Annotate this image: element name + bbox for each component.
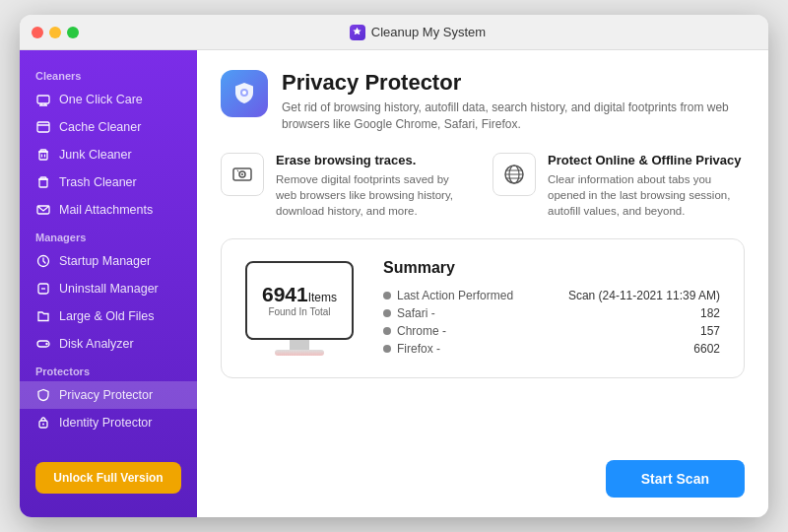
sidebar-item-disk-analyzer[interactable]: Disk Analyzer bbox=[20, 330, 197, 358]
feature-2-desc: Clear information about tabs you opened … bbox=[548, 171, 745, 219]
titlebar-title: Cleanup My System bbox=[79, 25, 756, 40]
unlock-full-version-button[interactable]: Unlock Full Version bbox=[35, 462, 181, 494]
large-old-files-icon bbox=[35, 308, 51, 324]
svg-rect-9 bbox=[39, 179, 47, 187]
svg-point-19 bbox=[242, 91, 246, 95]
sidebar-label-large-old-files: Large & Old Files bbox=[59, 309, 155, 323]
cache-cleaner-icon bbox=[35, 119, 51, 135]
sidebar-item-junk-cleaner[interactable]: Junk Cleaner bbox=[20, 141, 197, 168]
dot-chrome bbox=[383, 327, 391, 335]
summary-row-firefox: Firefox - 6602 bbox=[383, 340, 720, 358]
sidebar-item-identity-protector[interactable]: Identity Protector bbox=[20, 409, 197, 436]
sidebar: Cleaners One Click Care bbox=[20, 50, 197, 517]
junk-cleaner-icon bbox=[35, 147, 51, 163]
protectors-section-label: Protectors bbox=[20, 358, 197, 381]
monitor-screen: 6941Items Found In Total bbox=[245, 261, 354, 340]
panel-footer: Start Scan bbox=[221, 448, 745, 498]
monitor-base bbox=[275, 350, 324, 356]
erase-traces-icon bbox=[221, 153, 264, 196]
panel-header-text: Privacy Protector Get rid of browsing hi… bbox=[282, 70, 745, 133]
features-row: Erase browsing traces. Remove digital fo… bbox=[221, 153, 745, 219]
sidebar-label-uninstall-manager: Uninstall Manager bbox=[59, 282, 159, 296]
panel-title: Privacy Protector bbox=[282, 70, 745, 96]
summary-key-chrome: Chrome - bbox=[383, 322, 532, 340]
trash-cleaner-icon bbox=[35, 174, 51, 190]
svg-rect-4 bbox=[37, 122, 49, 132]
summary-row-last-action: Last Action Performed Scan (24-11-2021 1… bbox=[383, 287, 720, 304]
main-panel: Privacy Protector Get rid of browsing hi… bbox=[197, 50, 768, 517]
mail-attachments-icon bbox=[35, 202, 51, 218]
summary-row-safari: Safari - 182 bbox=[383, 304, 720, 322]
traffic-lights bbox=[32, 27, 79, 38]
close-button[interactable] bbox=[32, 27, 43, 38]
feature-card-2: Protect Online & Offline Privacy Clear i… bbox=[492, 153, 745, 219]
startup-manager-icon bbox=[35, 253, 51, 269]
feature-1-text: Erase browsing traces. Remove digital fo… bbox=[276, 153, 473, 219]
panel-header: Privacy Protector Get rid of browsing hi… bbox=[221, 70, 745, 133]
dot-last-action bbox=[383, 292, 391, 299]
sidebar-label-cache-cleaner: Cache Cleaner bbox=[59, 120, 141, 134]
privacy-protector-icon bbox=[35, 387, 51, 403]
summary-val-safari: 182 bbox=[532, 304, 720, 322]
start-scan-button[interactable]: Start Scan bbox=[606, 460, 745, 498]
app-window: Cleanup My System Cleaners One Click Car… bbox=[20, 15, 768, 517]
summary-row-chrome: Chrome - 157 bbox=[383, 322, 720, 340]
main-content: Cleaners One Click Care bbox=[20, 50, 768, 517]
dot-firefox bbox=[383, 345, 391, 353]
feature-card-1: Erase browsing traces. Remove digital fo… bbox=[221, 153, 473, 219]
uninstall-manager-icon bbox=[35, 281, 51, 297]
managers-section-label: Managers bbox=[20, 224, 197, 247]
monitor-count-unit: Items bbox=[308, 291, 337, 304]
monitor-count: 6941Items bbox=[262, 282, 337, 306]
svg-point-15 bbox=[45, 343, 47, 345]
summary-key-safari: Safari - bbox=[383, 304, 532, 322]
summary-val-last-action: Scan (24-11-2021 11:39 AM) bbox=[532, 287, 720, 304]
cleaners-section-label: Cleaners bbox=[20, 62, 197, 86]
monitor-neck bbox=[290, 340, 309, 350]
summary-val-chrome: 157 bbox=[532, 322, 720, 340]
sidebar-item-mail-attachments[interactable]: Mail Attachments bbox=[20, 196, 197, 224]
panel-description: Get rid of browsing history, autofill da… bbox=[282, 100, 745, 133]
sidebar-item-one-click-care[interactable]: One Click Care bbox=[20, 86, 197, 113]
feature-2-text: Protect Online & Offline Privacy Clear i… bbox=[548, 153, 745, 219]
monitor-found-label: Found In Total bbox=[262, 306, 337, 318]
app-icon bbox=[350, 25, 365, 40]
sidebar-label-privacy-protector: Privacy Protector bbox=[59, 388, 153, 402]
summary-card: 6941Items Found In Total Summary Last Ac… bbox=[221, 238, 745, 378]
dot-safari bbox=[383, 309, 391, 317]
titlebar: Cleanup My System bbox=[20, 15, 768, 50]
protect-privacy-icon bbox=[492, 153, 536, 196]
summary-val-firefox: 6602 bbox=[532, 340, 720, 358]
summary-key-last-action: Last Action Performed bbox=[383, 287, 532, 304]
summary-info: Summary Last Action Performed Scan (24-1… bbox=[383, 259, 720, 358]
maximize-button[interactable] bbox=[67, 27, 79, 38]
svg-point-17 bbox=[42, 424, 44, 426]
summary-table: Last Action Performed Scan (24-11-2021 1… bbox=[383, 287, 720, 358]
summary-title: Summary bbox=[383, 259, 720, 277]
sidebar-label-disk-analyzer: Disk Analyzer bbox=[59, 337, 134, 351]
sidebar-item-privacy-protector[interactable]: Privacy Protector bbox=[20, 381, 197, 409]
feature-1-title: Erase browsing traces. bbox=[276, 153, 473, 167]
sidebar-label-mail-attachments: Mail Attachments bbox=[59, 203, 153, 217]
sidebar-item-startup-manager[interactable]: Startup Manager bbox=[20, 247, 197, 275]
feature-1-desc: Remove digital footprints saved by web b… bbox=[276, 171, 473, 219]
app-title: Cleanup My System bbox=[371, 25, 486, 39]
sidebar-label-startup-manager: Startup Manager bbox=[59, 254, 151, 268]
sidebar-label-identity-protector: Identity Protector bbox=[59, 416, 153, 430]
svg-rect-6 bbox=[39, 152, 47, 160]
svg-rect-0 bbox=[37, 96, 49, 103]
minimize-button[interactable] bbox=[49, 27, 61, 38]
identity-protector-icon bbox=[35, 415, 51, 431]
sidebar-label-junk-cleaner: Junk Cleaner bbox=[59, 148, 132, 162]
panel-header-icon bbox=[221, 70, 268, 117]
feature-2-title: Protect Online & Offline Privacy bbox=[548, 153, 745, 167]
sidebar-item-cache-cleaner[interactable]: Cache Cleaner bbox=[20, 113, 197, 141]
sidebar-item-uninstall-manager[interactable]: Uninstall Manager bbox=[20, 275, 197, 302]
sidebar-item-trash-cleaner[interactable]: Trash Cleaner bbox=[20, 168, 197, 196]
disk-analyzer-icon bbox=[35, 336, 51, 352]
sidebar-footer: Unlock Full Version bbox=[20, 450, 197, 505]
sidebar-item-large-old-files[interactable]: Large & Old Files bbox=[20, 302, 197, 330]
summary-key-firefox: Firefox - bbox=[383, 340, 532, 358]
sidebar-label-one-click-care: One Click Care bbox=[59, 93, 143, 106]
sidebar-label-trash-cleaner: Trash Cleaner bbox=[59, 175, 137, 189]
